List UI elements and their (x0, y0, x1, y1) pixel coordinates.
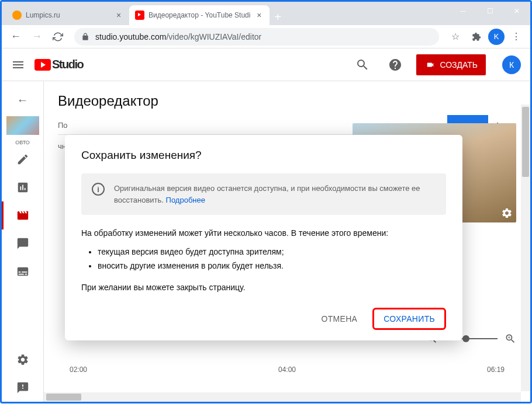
maximize-button[interactable]: ☐ (476, 2, 503, 20)
dialog-body: На обработку изменений может уйти нескол… (81, 227, 446, 295)
tab-strip: Lumpics.ru × Видеоредактор - YouTube Stu… (2, 2, 530, 25)
favicon-youtube (135, 11, 144, 20)
forward-button[interactable]: → (27, 27, 46, 46)
bullet-item: вносить другие изменения в ролик будет н… (98, 259, 446, 273)
lock-icon (81, 33, 89, 41)
save-button[interactable]: СОХРАНИТЬ (372, 308, 446, 330)
browser-tab-lumpics[interactable]: Lumpics.ru × (6, 5, 129, 25)
save-changes-dialog: Сохранить изменения? i Оригинальная верс… (65, 135, 462, 340)
close-icon[interactable]: × (254, 11, 264, 20)
reload-button[interactable] (49, 27, 67, 46)
extensions-icon[interactable] (467, 27, 486, 46)
close-window-button[interactable]: ✕ (503, 2, 530, 20)
bullet-item: текущая версия видео будет доступна зрит… (98, 245, 446, 259)
favicon-lumpics (12, 11, 22, 20)
browser-tab-youtube[interactable]: Видеоредактор - YouTube Studi × (129, 5, 270, 25)
browser-menu-icon[interactable]: ⋮ (507, 27, 526, 46)
new-tab-button[interactable]: + (270, 9, 286, 25)
url-field[interactable]: studio.youtube.com/video/kgWIUZIAVaI/edi… (74, 28, 439, 46)
info-icon: i (92, 183, 105, 196)
tab-title: Lumpics.ru (26, 11, 110, 19)
info-text: Оригинальная версия видео останется дост… (114, 183, 436, 206)
bookmark-icon[interactable]: ☆ (446, 27, 465, 46)
minimize-button[interactable]: ─ (450, 2, 476, 20)
learn-more-link[interactable]: Подробнее (166, 196, 205, 204)
cancel-button[interactable]: ОТМЕНА (312, 309, 367, 328)
dialog-title: Сохранить изменения? (81, 149, 446, 162)
modal-overlay: Сохранить изменения? i Оригинальная верс… (2, 48, 530, 402)
url-host: studio.youtube.com/video/kgWIUZIAVaI/edi… (95, 32, 261, 41)
back-button[interactable]: ← (6, 27, 25, 46)
profile-badge[interactable]: K (488, 29, 505, 45)
info-box: i Оригинальная версия видео останется до… (81, 173, 446, 215)
tab-title: Видеоредактор - YouTube Studi (148, 11, 250, 19)
address-bar: ← → studio.youtube.com/video/kgWIUZIAVaI… (2, 25, 530, 48)
close-icon[interactable]: × (114, 11, 123, 20)
